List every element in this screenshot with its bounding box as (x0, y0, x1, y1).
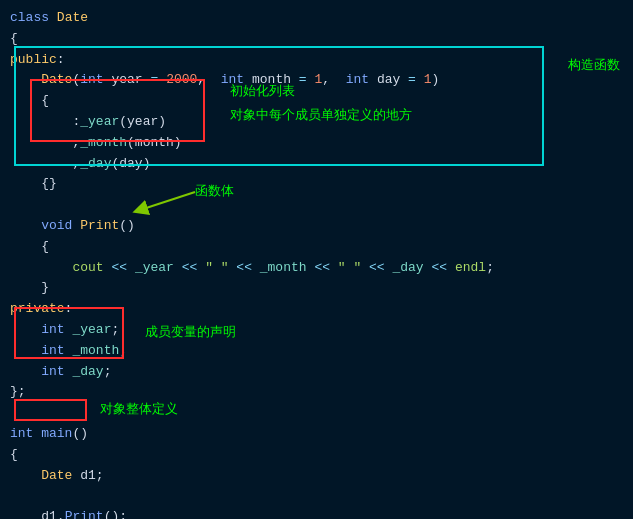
code-block: class Date { public: Date(int year = 200… (0, 0, 633, 519)
line-22: { (10, 445, 623, 466)
line-3: public: (10, 50, 623, 71)
line-14: } (10, 278, 623, 299)
line-8: ,_day(day) (10, 154, 623, 175)
line-4: Date(int year = 2000, int month = 1, int… (10, 70, 623, 91)
line-21: int main() (10, 424, 623, 445)
line-7: ,_month(month) (10, 133, 623, 154)
line-17: int _month; (10, 341, 623, 362)
line-12: { (10, 237, 623, 258)
annotation-member-vars: 成员变量的声明 (145, 323, 236, 341)
line-18: int _day; (10, 362, 623, 383)
line-13: cout << _year << " " << _month << " " <<… (10, 258, 623, 279)
line-23: Date d1; (10, 466, 623, 487)
line-10 (10, 195, 623, 216)
line-11: void Print() (10, 216, 623, 237)
annotation-initializer-list: 初始化列表 (230, 82, 295, 100)
annotation-function-body: 函数体 (195, 182, 234, 200)
annotation-initializer-desc: 对象中每个成员单独定义的地方 (230, 106, 412, 124)
annotation-constructor: 构造函数 (568, 56, 620, 74)
line-16: int _year; (10, 320, 623, 341)
line-9: {} (10, 174, 623, 195)
line-25: d1.Print(); (10, 507, 623, 519)
line-24 (10, 486, 623, 507)
line-1: class Date (10, 8, 623, 29)
line-15: private: (10, 299, 623, 320)
line-2: { (10, 29, 623, 50)
annotation-object-def: 对象整体定义 (100, 400, 178, 418)
